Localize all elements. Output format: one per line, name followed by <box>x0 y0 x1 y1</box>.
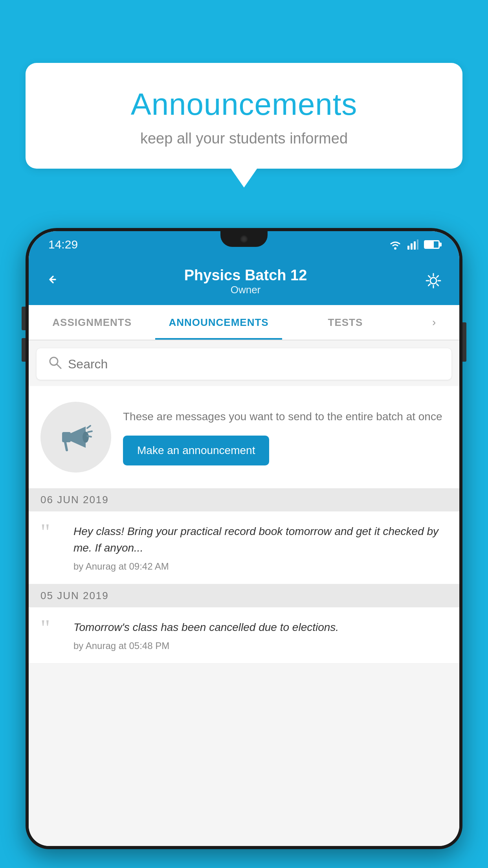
svg-point-0 <box>394 247 396 250</box>
app-header: Physics Batch 12 Owner <box>29 258 459 305</box>
megaphone-icon <box>58 419 94 455</box>
svg-point-5 <box>430 278 437 284</box>
announcement-item-2[interactable]: " Tomorrow's class has been cancelled du… <box>29 607 459 664</box>
quote-icon-2: " <box>40 616 64 640</box>
status-icons <box>389 239 440 250</box>
wifi-icon <box>389 239 402 250</box>
signal-icon <box>407 239 418 250</box>
bubble-title: Announcements <box>45 86 443 122</box>
content-area: These are messages you want to send to t… <box>29 340 459 846</box>
svg-rect-3 <box>414 241 416 250</box>
svg-line-10 <box>87 426 90 428</box>
battery-icon <box>424 240 440 249</box>
date-separator-2: 05 JUN 2019 <box>29 584 459 607</box>
svg-line-12 <box>87 436 91 437</box>
header-center: Physics Batch 12 Owner <box>184 267 307 296</box>
svg-rect-4 <box>417 239 418 250</box>
announcement-content-1: Hey class! Bring your practical record b… <box>73 523 448 572</box>
vol-up-button <box>22 307 26 330</box>
status-time: 14:29 <box>48 238 78 251</box>
date-separator-1: 06 JUN 2019 <box>29 488 459 511</box>
promo-right: These are messages you want to send to t… <box>123 409 448 465</box>
make-announcement-button[interactable]: Make an announcement <box>123 436 269 465</box>
phone-mockup: 14:29 <box>26 228 462 868</box>
svg-line-7 <box>57 364 61 368</box>
svg-rect-1 <box>407 246 409 250</box>
announcement-item-1[interactable]: " Hey class! Bring your practical record… <box>29 511 459 584</box>
tab-tests[interactable]: TESTS <box>282 305 409 340</box>
back-button[interactable] <box>44 272 68 291</box>
speech-bubble-container: Announcements keep all your students inf… <box>26 63 462 169</box>
phone-notch <box>220 231 268 247</box>
promo-icon-circle <box>40 402 111 473</box>
settings-button[interactable] <box>423 270 444 292</box>
phone-outer: 14:29 <box>26 228 462 849</box>
svg-point-9 <box>83 432 89 443</box>
search-bar <box>37 348 451 380</box>
bubble-subtitle: keep all your students informed <box>45 130 443 147</box>
tab-announcements[interactable]: ANNOUNCEMENTS <box>155 305 282 340</box>
announcement-text-1: Hey class! Bring your practical record b… <box>73 523 448 556</box>
svg-rect-8 <box>62 432 71 442</box>
tab-more[interactable]: › <box>409 305 459 340</box>
front-camera <box>240 235 248 243</box>
power-button <box>462 322 466 362</box>
vol-down-button <box>22 338 26 362</box>
promo-description: These are messages you want to send to t… <box>123 409 448 424</box>
svg-line-11 <box>88 431 92 432</box>
search-input[interactable] <box>68 357 440 371</box>
announcement-meta-2: by Anurag at 05:48 PM <box>73 640 448 651</box>
tab-assignments[interactable]: ASSIGNMENTS <box>29 305 155 340</box>
svg-rect-2 <box>411 243 413 250</box>
tabs-bar: ASSIGNMENTS ANNOUNCEMENTS TESTS › <box>29 305 459 340</box>
announcement-content-2: Tomorrow's class has been cancelled due … <box>73 619 448 651</box>
speech-bubble: Announcements keep all your students inf… <box>26 63 462 169</box>
phone-screen: 14:29 <box>29 231 459 846</box>
announcement-text-2: Tomorrow's class has been cancelled due … <box>73 619 448 636</box>
search-icon <box>48 356 62 372</box>
header-subtitle: Owner <box>184 284 307 296</box>
header-title: Physics Batch 12 <box>184 267 307 284</box>
promo-card: These are messages you want to send to t… <box>29 386 459 488</box>
quote-icon-1: " <box>40 520 64 544</box>
announcement-meta-1: by Anurag at 09:42 AM <box>73 561 448 572</box>
